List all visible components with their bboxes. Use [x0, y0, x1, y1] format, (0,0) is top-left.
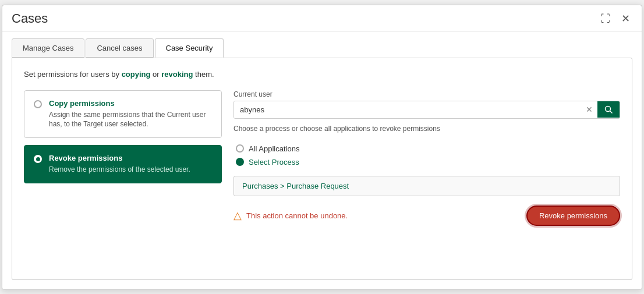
- header-icons: ⛶ ✕: [598, 12, 632, 25]
- current-user-field: Current user ✕: [233, 90, 620, 119]
- intro-after: them.: [195, 70, 214, 79]
- intro-bold2: revoking: [161, 70, 193, 79]
- tab-cancel-cases[interactable]: Cancel cases: [86, 38, 153, 58]
- tabs-row: Manage Cases Cancel cases Case Security: [2, 31, 642, 58]
- revoke-card-text: Revoke permissions Remove the permission…: [49, 154, 190, 175]
- warning-icon: △: [233, 209, 242, 222]
- tab-content: Set permissions for users by copying or …: [12, 58, 632, 280]
- revoke-card-title: Revoke permissions: [49, 154, 190, 162]
- select-process-radio: [236, 158, 244, 166]
- tab-case-security[interactable]: Case Security: [155, 38, 224, 58]
- revoke-radio: [34, 155, 42, 163]
- all-apps-radio: [236, 144, 244, 153]
- all-applications-option[interactable]: All Applications: [236, 144, 620, 153]
- current-user-label: Current user: [233, 90, 620, 98]
- action-row: △ This action cannot be undone. Revoke p…: [233, 206, 620, 226]
- copy-card-title: Copy permissions: [49, 99, 212, 108]
- all-apps-label: All Applications: [249, 144, 299, 153]
- cases-modal: Cases ⛶ ✕ Manage Cases Cancel cases Case…: [2, 5, 642, 290]
- modal-header: Cases ⛶ ✕: [2, 5, 642, 31]
- main-content: Copy permissions Assign the same permiss…: [24, 90, 620, 226]
- tab-manage-cases[interactable]: Manage Cases: [12, 38, 84, 58]
- selected-process-row[interactable]: Purchases > Purchase Request: [233, 176, 620, 196]
- intro-bold1: copying: [122, 70, 151, 79]
- select-process-label: Select Process: [249, 158, 299, 167]
- select-process-option[interactable]: Select Process: [236, 158, 620, 167]
- process-options: All Applications Select Process: [233, 139, 620, 169]
- copy-permissions-card[interactable]: Copy permissions Assign the same permiss…: [24, 90, 222, 139]
- choose-text: Choose a process or choose all applicati…: [233, 125, 620, 133]
- copy-card-text: Copy permissions Assign the same permiss…: [49, 99, 212, 130]
- search-row: ✕: [233, 101, 620, 119]
- revoke-card-desc: Remove the permissions of the selected u…: [49, 165, 190, 175]
- search-icon: [604, 105, 613, 114]
- search-button[interactable]: [597, 101, 620, 118]
- revoke-permissions-button[interactable]: Revoke permissions: [526, 206, 620, 226]
- copy-radio: [34, 100, 42, 108]
- clear-icon[interactable]: ✕: [581, 105, 597, 114]
- modal-title: Cases: [12, 11, 48, 26]
- svg-line-1: [610, 111, 613, 114]
- left-panel: Copy permissions Assign the same permiss…: [24, 90, 222, 226]
- warning-row: △ This action cannot be undone.: [233, 209, 348, 222]
- intro-text: Set permissions for users by copying or …: [24, 70, 620, 79]
- intro-middle: or: [153, 70, 161, 79]
- copy-card-desc: Assign the same permissions that the Cur…: [49, 110, 212, 130]
- intro-before: Set permissions for users by: [24, 70, 122, 79]
- maximize-icon[interactable]: ⛶: [598, 12, 613, 25]
- search-input[interactable]: [234, 101, 581, 118]
- revoke-permissions-card[interactable]: Revoke permissions Remove the permission…: [24, 145, 222, 183]
- right-panel: Current user ✕ Choose a process or choos…: [233, 90, 620, 226]
- warning-text: This action cannot be undone.: [246, 211, 348, 220]
- close-icon[interactable]: ✕: [619, 12, 632, 25]
